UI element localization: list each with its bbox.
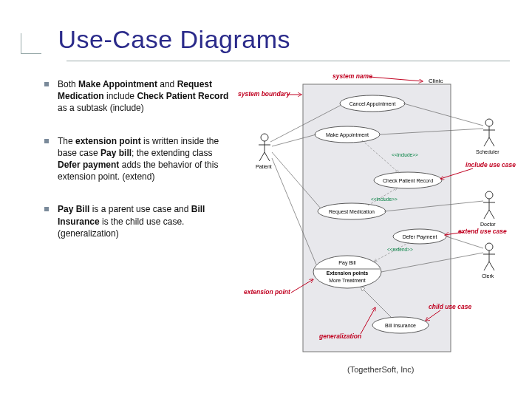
svg-text:Request Medication: Request Medication <box>329 209 375 215</box>
annot-system-boundary: system boundary <box>238 90 291 98</box>
slide-title: Use-Case Diagrams <box>58 25 290 54</box>
svg-text:More Treatment: More Treatment <box>329 278 365 283</box>
svg-line-15 <box>484 210 489 219</box>
bullet-item: Both Make Appointment and Request Medica… <box>44 78 229 115</box>
svg-text:Bill Insurance: Bill Insurance <box>385 323 416 328</box>
svg-text:Extension points: Extension points <box>327 270 369 276</box>
title-rule <box>66 61 510 61</box>
credit-text: (TogetherSoft, Inc) <box>347 365 415 374</box>
svg-text:Pay Bill: Pay Bill <box>338 260 356 266</box>
svg-point-0 <box>261 134 268 141</box>
stereo-include-1: <<include>> <box>392 152 418 157</box>
bullet-item: The extension point is written inside th… <box>44 135 229 183</box>
actor-doctor: Doctor <box>480 191 496 227</box>
bullet-list: Both Make Appointment and Request Medica… <box>44 78 229 260</box>
system-name-label: Clinic <box>429 78 443 84</box>
svg-line-10 <box>489 137 494 146</box>
svg-point-12 <box>485 191 493 199</box>
stereo-include-2: <<include>> <box>371 197 398 202</box>
annot-include: include use case <box>466 161 516 168</box>
svg-line-4 <box>265 152 270 161</box>
svg-text:Clerk: Clerk <box>482 273 494 279</box>
annot-generalization: generalization <box>318 332 361 340</box>
actor-patient: Patient <box>256 134 272 169</box>
bullet-item: Pay Bill is a parent use case and Bill I… <box>44 203 229 239</box>
svg-text:Make Appointment: Make Appointment <box>326 132 369 138</box>
title-ornament <box>21 33 41 54</box>
stereo-extend: <<extend>> <box>387 247 413 252</box>
system-boundary <box>303 84 451 352</box>
svg-line-22 <box>489 262 494 270</box>
actor-clerk: Clerk <box>482 243 495 279</box>
svg-line-42 <box>446 236 483 248</box>
svg-point-6 <box>485 119 493 126</box>
svg-text:Doctor: Doctor <box>480 222 496 227</box>
svg-text:Check Patient Record: Check Patient Record <box>383 178 433 183</box>
annot-system-name: system name <box>332 72 372 80</box>
svg-text:Patient: Patient <box>256 164 272 169</box>
svg-line-9 <box>484 137 489 146</box>
svg-line-16 <box>489 210 494 219</box>
svg-line-3 <box>259 152 265 161</box>
actor-scheduler: Scheduler <box>476 119 499 154</box>
svg-point-18 <box>485 243 493 250</box>
svg-line-21 <box>484 262 489 270</box>
usecase-diagram: Clinic system name system boundary Patie… <box>236 71 517 359</box>
annot-extend: extend use case <box>458 228 507 235</box>
svg-text:Scheduler: Scheduler <box>476 149 499 154</box>
svg-text:Cancel Appointment: Cancel Appointment <box>349 101 396 107</box>
annot-child: child use case <box>429 303 471 310</box>
slide-title-block: Use-Case Diagrams <box>21 25 290 54</box>
annot-extpoint: extension point <box>244 288 291 296</box>
svg-text:Defer Payment: Defer Payment <box>403 234 437 240</box>
uc-paybill: Pay Bill Extension points More Treatment <box>313 256 381 288</box>
